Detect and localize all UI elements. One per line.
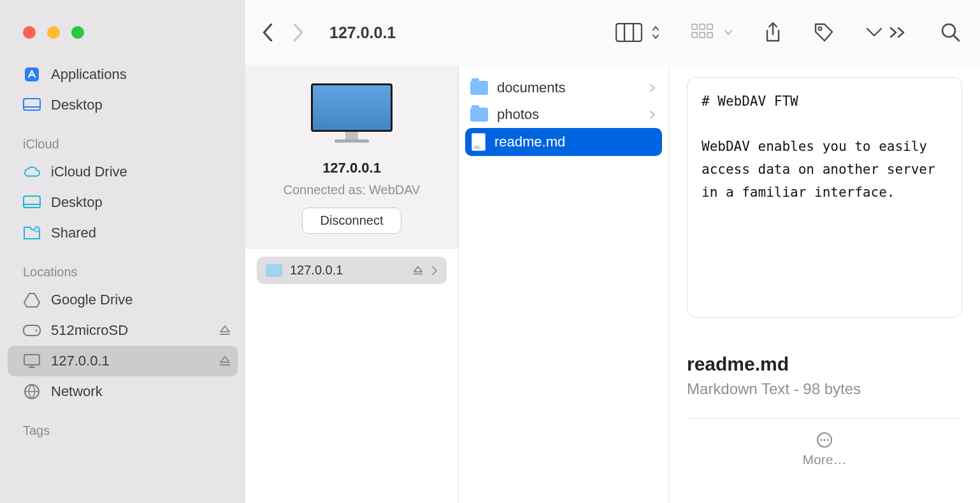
- svg-rect-13: [24, 99, 40, 110]
- server-panel: 127.0.0.1 Connected as: WebDAV Disconnec…: [245, 66, 458, 249]
- forward-button[interactable]: [292, 24, 304, 41]
- desktop-icon: [23, 194, 41, 211]
- search-button[interactable]: [940, 22, 961, 43]
- svg-point-9: [819, 27, 822, 31]
- sidebar-item-google-drive[interactable]: Google Drive: [0, 285, 245, 315]
- preview-column: # WebDAV FTW WebDAV enables you to easil…: [669, 66, 980, 503]
- preview-text: # WebDAV FTW WebDAV enables you to easil…: [702, 94, 943, 200]
- server-volume-label: 127.0.0.1: [290, 263, 343, 278]
- window-controls: [0, 0, 245, 66]
- folder-icon: [470, 81, 488, 95]
- drive-icon: [23, 322, 41, 339]
- sidebar-item-label: 127.0.0.1: [51, 353, 110, 369]
- eject-icon[interactable]: [219, 355, 231, 367]
- cloud-icon: [23, 163, 41, 181]
- sidebar: Applications Desktop iCloud iCloud Drive…: [0, 66, 245, 503]
- sidebar-item-label: Desktop: [51, 194, 103, 211]
- chevron-right-icon: [431, 266, 438, 276]
- sidebar-item-label: Applications: [51, 66, 127, 83]
- svg-line-11: [954, 36, 959, 41]
- network-icon: [23, 383, 41, 400]
- svg-point-20: [36, 330, 38, 332]
- more-label: More…: [687, 452, 962, 467]
- sidebar-item-label: Desktop: [51, 97, 103, 113]
- sidebar-section-locations: Locations: [0, 248, 245, 285]
- chevron-right-icon: [649, 83, 656, 92]
- group-by-button[interactable]: [691, 23, 733, 42]
- svg-rect-7: [700, 32, 705, 38]
- svg-point-30: [823, 439, 825, 441]
- titlebar: 127.0.0.1: [0, 0, 980, 66]
- applications-icon: [23, 66, 41, 83]
- toolbar: 127.0.0.1: [245, 0, 980, 66]
- overflow-button[interactable]: [865, 27, 883, 38]
- svg-point-10: [942, 24, 955, 37]
- server-name: 127.0.0.1: [258, 160, 445, 176]
- preview-filename: readme.md: [687, 353, 962, 375]
- sidebar-item-network[interactable]: Network: [0, 376, 245, 407]
- preview-content: # WebDAV FTW WebDAV enables you to easil…: [687, 77, 962, 318]
- sidebar-item-512microsd[interactable]: 512microSD: [0, 315, 245, 346]
- sidebar-item-label: 512microSD: [51, 322, 128, 339]
- files-column: documents photos readme.md: [459, 66, 669, 503]
- more-button[interactable]: More…: [687, 432, 962, 467]
- close-window-button[interactable]: [23, 26, 36, 39]
- svg-rect-5: [707, 24, 712, 29]
- tags-button[interactable]: [813, 22, 835, 43]
- folder-icon: [470, 108, 488, 122]
- svg-point-31: [826, 439, 828, 441]
- server-volume-row[interactable]: 127.0.0.1: [257, 257, 447, 284]
- fullscreen-window-button[interactable]: [71, 26, 84, 39]
- sidebar-section-tags: Tags: [0, 407, 245, 443]
- file-row-readme[interactable]: readme.md: [465, 128, 662, 156]
- file-label: readme.md: [494, 134, 565, 150]
- svg-rect-15: [24, 196, 40, 208]
- server-column: 127.0.0.1 Connected as: WebDAV Disconnec…: [245, 66, 459, 503]
- shared-volume-icon: [266, 264, 282, 277]
- svg-rect-4: [700, 24, 705, 29]
- preview-meta: Markdown Text - 98 bytes: [687, 380, 962, 398]
- svg-rect-19: [24, 325, 40, 336]
- server-status: Connected as: WebDAV: [258, 183, 445, 197]
- sidebar-item-label: Network: [51, 383, 103, 400]
- file-label: documents: [497, 80, 566, 96]
- svg-rect-22: [24, 355, 40, 365]
- desktop-icon: [23, 96, 41, 114]
- sidebar-item-shared[interactable]: Shared: [0, 218, 245, 248]
- file-label: photos: [497, 106, 539, 123]
- disconnect-button[interactable]: Disconnect: [302, 208, 402, 234]
- server-monitor-icon: [307, 83, 396, 147]
- sidebar-item-applications[interactable]: Applications: [0, 66, 245, 90]
- gdrive-icon: [23, 291, 41, 309]
- minimize-window-button[interactable]: [47, 26, 60, 39]
- svg-rect-3: [692, 24, 697, 29]
- sidebar-item-label: Google Drive: [51, 292, 133, 308]
- sidebar-item-desktop[interactable]: Desktop: [0, 90, 245, 120]
- divider: [687, 418, 962, 419]
- view-columns-button[interactable]: [616, 23, 660, 42]
- document-icon: [472, 133, 486, 151]
- chevron-right-icon: [649, 110, 656, 119]
- more-icon: [687, 432, 962, 448]
- svg-rect-8: [707, 32, 712, 38]
- file-row-documents[interactable]: documents: [459, 74, 668, 101]
- sidebar-item-label: iCloud Drive: [51, 164, 127, 180]
- eject-icon[interactable]: [219, 324, 231, 337]
- overflow-chevrons-icon[interactable]: [888, 25, 910, 39]
- share-button[interactable]: [763, 22, 782, 43]
- svg-rect-0: [616, 24, 642, 41]
- nav-arrows: [262, 24, 304, 41]
- sidebar-item-127-0-0-1[interactable]: 127.0.0.1: [8, 346, 238, 376]
- monitor-icon: [23, 352, 41, 370]
- svg-point-29: [820, 439, 822, 441]
- sidebar-item-icloud-desktop[interactable]: Desktop: [0, 187, 245, 218]
- window-title: 127.0.0.1: [329, 24, 396, 42]
- shared-folder-icon: [23, 224, 41, 242]
- sidebar-section-icloud: iCloud: [0, 120, 245, 157]
- sidebar-item-label: Shared: [51, 225, 96, 241]
- eject-icon[interactable]: [412, 265, 424, 276]
- svg-point-18: [36, 228, 38, 229]
- back-button[interactable]: [262, 24, 273, 41]
- file-row-photos[interactable]: photos: [459, 101, 668, 128]
- sidebar-item-icloud-drive[interactable]: iCloud Drive: [0, 157, 245, 187]
